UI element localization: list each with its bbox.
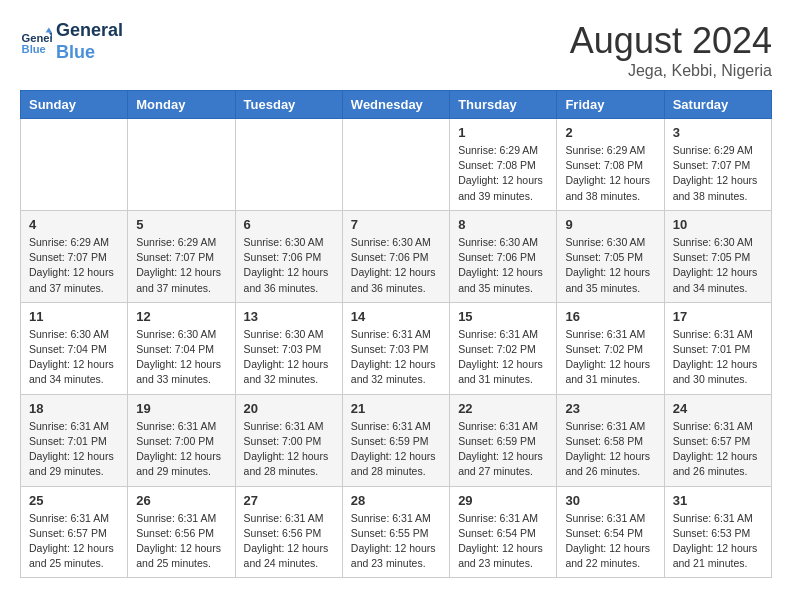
day-info: Sunrise: 6:31 AM Sunset: 6:55 PM Dayligh…: [351, 511, 441, 572]
calendar-week-row: 25Sunrise: 6:31 AM Sunset: 6:57 PM Dayli…: [21, 486, 772, 578]
calendar-cell: [342, 119, 449, 211]
location: Jega, Kebbi, Nigeria: [570, 62, 772, 80]
calendar-week-row: 4Sunrise: 6:29 AM Sunset: 7:07 PM Daylig…: [21, 210, 772, 302]
calendar-cell: 13Sunrise: 6:30 AM Sunset: 7:03 PM Dayli…: [235, 302, 342, 394]
calendar-cell: 21Sunrise: 6:31 AM Sunset: 6:59 PM Dayli…: [342, 394, 449, 486]
day-number: 14: [351, 309, 441, 324]
calendar-cell: [21, 119, 128, 211]
calendar-cell: 26Sunrise: 6:31 AM Sunset: 6:56 PM Dayli…: [128, 486, 235, 578]
logo: General Blue General Blue: [20, 20, 123, 63]
day-info: Sunrise: 6:31 AM Sunset: 7:01 PM Dayligh…: [673, 327, 763, 388]
calendar-day-header: Wednesday: [342, 91, 449, 119]
calendar-table: SundayMondayTuesdayWednesdayThursdayFrid…: [20, 90, 772, 578]
page-header: General Blue General Blue August 2024 Je…: [20, 20, 772, 80]
day-info: Sunrise: 6:29 AM Sunset: 7:08 PM Dayligh…: [565, 143, 655, 204]
day-number: 7: [351, 217, 441, 232]
day-info: Sunrise: 6:31 AM Sunset: 6:59 PM Dayligh…: [458, 419, 548, 480]
day-info: Sunrise: 6:31 AM Sunset: 6:58 PM Dayligh…: [565, 419, 655, 480]
calendar-cell: 9Sunrise: 6:30 AM Sunset: 7:05 PM Daylig…: [557, 210, 664, 302]
svg-text:General: General: [22, 32, 52, 44]
calendar-cell: 29Sunrise: 6:31 AM Sunset: 6:54 PM Dayli…: [450, 486, 557, 578]
calendar-cell: [235, 119, 342, 211]
day-info: Sunrise: 6:29 AM Sunset: 7:07 PM Dayligh…: [673, 143, 763, 204]
calendar-cell: 8Sunrise: 6:30 AM Sunset: 7:06 PM Daylig…: [450, 210, 557, 302]
day-info: Sunrise: 6:29 AM Sunset: 7:07 PM Dayligh…: [136, 235, 226, 296]
svg-text:Blue: Blue: [22, 43, 46, 55]
day-number: 20: [244, 401, 334, 416]
calendar-cell: 6Sunrise: 6:30 AM Sunset: 7:06 PM Daylig…: [235, 210, 342, 302]
day-info: Sunrise: 6:31 AM Sunset: 6:59 PM Dayligh…: [351, 419, 441, 480]
title-block: August 2024 Jega, Kebbi, Nigeria: [570, 20, 772, 80]
day-info: Sunrise: 6:31 AM Sunset: 7:00 PM Dayligh…: [244, 419, 334, 480]
calendar-week-row: 1Sunrise: 6:29 AM Sunset: 7:08 PM Daylig…: [21, 119, 772, 211]
day-info: Sunrise: 6:30 AM Sunset: 7:06 PM Dayligh…: [458, 235, 548, 296]
calendar-week-row: 18Sunrise: 6:31 AM Sunset: 7:01 PM Dayli…: [21, 394, 772, 486]
day-number: 26: [136, 493, 226, 508]
day-number: 16: [565, 309, 655, 324]
day-number: 23: [565, 401, 655, 416]
day-number: 3: [673, 125, 763, 140]
day-number: 11: [29, 309, 119, 324]
day-number: 9: [565, 217, 655, 232]
calendar-cell: 22Sunrise: 6:31 AM Sunset: 6:59 PM Dayli…: [450, 394, 557, 486]
calendar-day-header: Thursday: [450, 91, 557, 119]
calendar-cell: 17Sunrise: 6:31 AM Sunset: 7:01 PM Dayli…: [664, 302, 771, 394]
calendar-cell: 7Sunrise: 6:30 AM Sunset: 7:06 PM Daylig…: [342, 210, 449, 302]
calendar-cell: 27Sunrise: 6:31 AM Sunset: 6:56 PM Dayli…: [235, 486, 342, 578]
calendar-day-header: Friday: [557, 91, 664, 119]
day-info: Sunrise: 6:30 AM Sunset: 7:04 PM Dayligh…: [136, 327, 226, 388]
month-year: August 2024: [570, 20, 772, 62]
day-number: 28: [351, 493, 441, 508]
calendar-cell: 16Sunrise: 6:31 AM Sunset: 7:02 PM Dayli…: [557, 302, 664, 394]
day-number: 19: [136, 401, 226, 416]
calendar-day-header: Sunday: [21, 91, 128, 119]
calendar-cell: 20Sunrise: 6:31 AM Sunset: 7:00 PM Dayli…: [235, 394, 342, 486]
day-info: Sunrise: 6:30 AM Sunset: 7:05 PM Dayligh…: [673, 235, 763, 296]
calendar-cell: [128, 119, 235, 211]
calendar-cell: 23Sunrise: 6:31 AM Sunset: 6:58 PM Dayli…: [557, 394, 664, 486]
logo-line1: General: [56, 20, 123, 42]
day-info: Sunrise: 6:31 AM Sunset: 7:03 PM Dayligh…: [351, 327, 441, 388]
day-info: Sunrise: 6:31 AM Sunset: 6:53 PM Dayligh…: [673, 511, 763, 572]
day-number: 10: [673, 217, 763, 232]
day-number: 22: [458, 401, 548, 416]
calendar-cell: 25Sunrise: 6:31 AM Sunset: 6:57 PM Dayli…: [21, 486, 128, 578]
day-info: Sunrise: 6:31 AM Sunset: 6:54 PM Dayligh…: [458, 511, 548, 572]
day-info: Sunrise: 6:31 AM Sunset: 6:56 PM Dayligh…: [244, 511, 334, 572]
day-number: 13: [244, 309, 334, 324]
day-info: Sunrise: 6:31 AM Sunset: 6:56 PM Dayligh…: [136, 511, 226, 572]
day-number: 18: [29, 401, 119, 416]
calendar-cell: 4Sunrise: 6:29 AM Sunset: 7:07 PM Daylig…: [21, 210, 128, 302]
day-number: 21: [351, 401, 441, 416]
logo-icon: General Blue: [20, 26, 52, 58]
day-info: Sunrise: 6:30 AM Sunset: 7:06 PM Dayligh…: [244, 235, 334, 296]
calendar-cell: 18Sunrise: 6:31 AM Sunset: 7:01 PM Dayli…: [21, 394, 128, 486]
calendar-day-header: Tuesday: [235, 91, 342, 119]
day-info: Sunrise: 6:30 AM Sunset: 7:05 PM Dayligh…: [565, 235, 655, 296]
logo-line2: Blue: [56, 42, 123, 64]
day-number: 4: [29, 217, 119, 232]
calendar-cell: 11Sunrise: 6:30 AM Sunset: 7:04 PM Dayli…: [21, 302, 128, 394]
calendar-cell: 5Sunrise: 6:29 AM Sunset: 7:07 PM Daylig…: [128, 210, 235, 302]
day-number: 30: [565, 493, 655, 508]
calendar-cell: 3Sunrise: 6:29 AM Sunset: 7:07 PM Daylig…: [664, 119, 771, 211]
day-info: Sunrise: 6:31 AM Sunset: 7:02 PM Dayligh…: [458, 327, 548, 388]
day-info: Sunrise: 6:31 AM Sunset: 7:00 PM Dayligh…: [136, 419, 226, 480]
day-number: 29: [458, 493, 548, 508]
day-number: 25: [29, 493, 119, 508]
day-number: 5: [136, 217, 226, 232]
day-number: 2: [565, 125, 655, 140]
day-info: Sunrise: 6:31 AM Sunset: 7:01 PM Dayligh…: [29, 419, 119, 480]
day-info: Sunrise: 6:30 AM Sunset: 7:03 PM Dayligh…: [244, 327, 334, 388]
day-number: 1: [458, 125, 548, 140]
day-info: Sunrise: 6:31 AM Sunset: 6:57 PM Dayligh…: [673, 419, 763, 480]
calendar-day-header: Monday: [128, 91, 235, 119]
calendar-cell: 30Sunrise: 6:31 AM Sunset: 6:54 PM Dayli…: [557, 486, 664, 578]
calendar-cell: 19Sunrise: 6:31 AM Sunset: 7:00 PM Dayli…: [128, 394, 235, 486]
day-info: Sunrise: 6:31 AM Sunset: 6:54 PM Dayligh…: [565, 511, 655, 572]
day-info: Sunrise: 6:29 AM Sunset: 7:07 PM Dayligh…: [29, 235, 119, 296]
calendar-header-row: SundayMondayTuesdayWednesdayThursdayFrid…: [21, 91, 772, 119]
day-info: Sunrise: 6:29 AM Sunset: 7:08 PM Dayligh…: [458, 143, 548, 204]
calendar-cell: 15Sunrise: 6:31 AM Sunset: 7:02 PM Dayli…: [450, 302, 557, 394]
day-info: Sunrise: 6:31 AM Sunset: 6:57 PM Dayligh…: [29, 511, 119, 572]
